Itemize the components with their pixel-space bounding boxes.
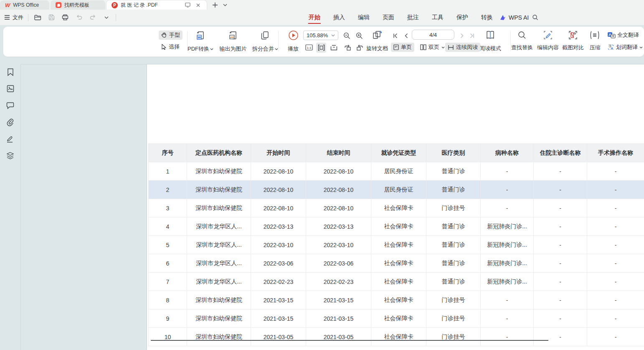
screenshot-compare-button[interactable]: 截图对比 [560,44,586,51]
close-tab-icon[interactable] [194,1,202,9]
bookmarks-icon[interactable] [6,68,15,76]
table-cell: - [534,328,587,346]
column-header: 序号 [149,144,187,162]
table-cell: 2022-02-23 [251,273,306,291]
hand-tool-button[interactable]: 手型 [159,31,183,40]
select-tool-label: 选择 [169,43,180,51]
read-mode-label: 阅读模式 [479,45,501,52]
full-translate-icon: A [607,32,616,38]
fit-page-button[interactable] [329,43,339,53]
next-page-button[interactable] [457,31,467,41]
pdf-convert-button[interactable]: W PDF转换 [184,30,217,53]
read-mode-button[interactable]: 阅读模式 [478,29,503,53]
tab-convert[interactable]: 转换 [481,11,493,24]
table-cell: 居民身份证 [371,162,426,181]
tab-insert[interactable]: 插入 [333,11,345,24]
zoom-out-button[interactable] [342,31,352,41]
layers-icon[interactable] [6,151,15,160]
tab-tools[interactable]: 工具 [431,11,444,24]
more-actions-chevron-icon[interactable] [102,13,111,22]
file-menu-button[interactable]: 文件 [4,14,23,21]
single-page-button[interactable]: 单页 [391,43,414,52]
fit-width-button[interactable] [316,43,326,53]
wps-window: W WPS Office 找稻壳模板 P 就 医 记 录 .PDF [0,0,644,350]
redo-icon[interactable] [88,13,97,22]
table-cell: 普通门诊 [426,254,481,273]
wps-ai-button[interactable]: WPS AI [499,10,529,25]
rotate-document-button[interactable]: 旋转文档 [363,29,392,53]
tab-document-pdf[interactable]: P 就 医 记 录 .PDF [106,0,207,10]
tab-comment[interactable]: 批注 [407,11,419,24]
table-row: 7深圳市龙华区人...2022-02-232022-02-23社会保障卡普通门诊… [149,273,644,291]
table-cell: 社会保障卡 [371,199,426,217]
tab-wps-office[interactable]: W WPS Office [0,0,49,10]
compress-button[interactable]: 压缩 [588,44,603,51]
continuous-read-button[interactable]: 连续阅读 [445,43,480,52]
table-cell: 社会保障卡 [371,254,426,273]
tab-home[interactable]: 开始 [308,11,321,24]
chevron-down-icon [331,34,335,37]
play-button[interactable]: 播放 [282,30,304,53]
first-page-button[interactable] [390,31,400,41]
table-row: 2深圳市妇幼保健院2022-08-102022-08-10居民身份证普通门诊--… [149,181,644,199]
column-header: 手术操作名称 [587,144,644,162]
previous-page-button[interactable] [401,31,411,41]
column-header: 定点医药机构名称 [187,144,251,162]
table-cell: 2022-03-13 [306,217,371,236]
tab-label: 找稻壳模板 [64,2,89,9]
word-translate-button[interactable]: 字A 划词翻译 [607,43,643,51]
comments-icon[interactable] [6,101,15,110]
tab-edit[interactable]: 编辑 [357,11,370,24]
tab-protect[interactable]: 保护 [456,11,469,24]
signature-icon[interactable] [6,135,15,143]
table-cell: 5 [149,236,187,254]
table-row: 3深圳市妇幼保健院2022-08-102022-08-10社会保障卡门诊挂号--… [149,199,644,217]
open-folder-icon[interactable] [33,13,42,22]
edit-content-icon[interactable] [543,30,553,40]
continuous-read-icon [448,45,454,50]
rotate-left-button[interactable] [342,43,352,53]
find-replace-icon[interactable] [517,30,527,40]
split-merge-button[interactable]: 拆分合并 [249,30,281,53]
table-cell: - [587,181,644,199]
export-image-label: 输出为图片 [220,45,247,53]
actual-size-button[interactable]: 1:1 [304,43,314,51]
undo-icon[interactable] [74,13,84,22]
table-cell: 2022-03-06 [306,254,371,273]
records-table-body: 1深圳市妇幼保健院2022-08-102022-08-10居民身份证普通门诊--… [149,162,644,346]
screenshot-compare-icon[interactable] [568,30,578,40]
table-cell: 9 [149,309,187,328]
print-icon[interactable] [61,13,70,22]
table-cell: 1 [149,162,187,181]
table-cell: 社会保障卡 [371,217,426,236]
rotate-right-button[interactable] [355,43,365,53]
last-page-button[interactable] [467,31,477,41]
find-replace-button[interactable]: 查找替换 [510,44,535,51]
edit-content-button[interactable]: 编辑内容 [535,44,560,51]
export-image-button[interactable]: 输出为图片 [216,30,251,53]
file-menu-label: 文件 [13,14,23,21]
tab-page[interactable]: 页面 [382,11,395,24]
present-monitor-icon[interactable] [184,1,191,9]
chevron-down-icon [441,46,445,49]
page-number-input[interactable]: 4/4 [412,30,454,40]
save-icon[interactable] [47,13,56,22]
new-tab-button[interactable] [211,1,219,9]
zoom-level-select[interactable]: 105.88% [303,31,338,40]
tab-label: WPS Office [13,2,39,8]
select-tool-button[interactable]: 选择 [159,42,182,51]
full-translate-button[interactable]: A 全文翻译 [607,31,639,39]
table-cell: - [587,309,644,328]
single-page-label: 单页 [401,43,412,51]
attachments-icon[interactable] [6,118,15,126]
compress-icon[interactable] [590,30,600,40]
double-page-button[interactable]: 双页 [418,43,447,52]
play-label: 播放 [288,45,299,53]
thumbnails-icon[interactable] [6,84,15,93]
menu-search-icon[interactable] [530,13,540,22]
tab-docer-templates[interactable]: 找稻壳模板 [51,0,105,10]
table-cell: 新冠肺炎门诊... [481,217,534,236]
tab-list-chevron-icon[interactable] [221,1,229,9]
chevron-down-icon [210,48,213,50]
table-cell: - [534,199,587,217]
